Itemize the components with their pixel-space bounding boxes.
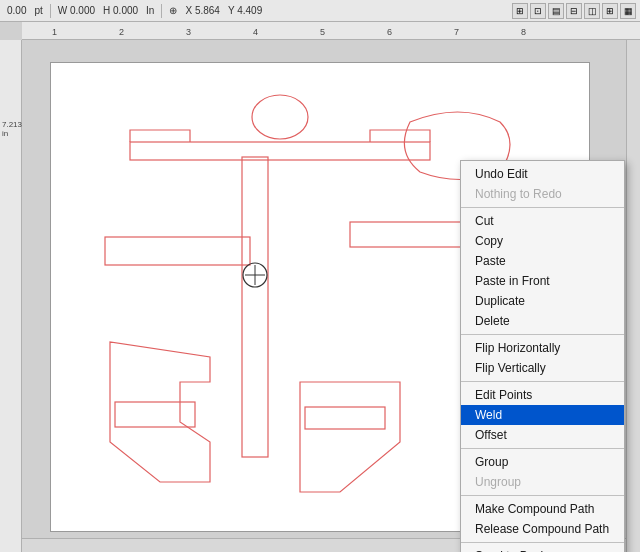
menu-item-duplicate[interactable]: Duplicate: [461, 291, 624, 311]
ruler-h-8: 8: [521, 27, 526, 37]
coord4: In: [143, 5, 157, 16]
toolbar-btn-3[interactable]: ▤: [548, 3, 564, 19]
menu-item-make-compound[interactable]: Make Compound Path: [461, 499, 624, 519]
menu-item-edit-points[interactable]: Edit Points: [461, 385, 624, 405]
ruler-vertical: 7.213 in: [0, 40, 22, 552]
menu-item-undo-edit[interactable]: Undo Edit: [461, 164, 624, 184]
toolbar-btn-7[interactable]: ▦: [620, 3, 636, 19]
menu-item-flip-h[interactable]: Flip Horizontally: [461, 338, 624, 358]
menu-item-release-compound[interactable]: Release Compound Path: [461, 519, 624, 539]
ruler-h-5: 5: [320, 27, 325, 37]
menu-sep-sep2: [461, 334, 624, 335]
toolbar-btn-2[interactable]: ⊡: [530, 3, 546, 19]
menu-sep-sep4: [461, 448, 624, 449]
ruler-horizontal: 1 2 3 4 5 6 7 8: [22, 22, 640, 40]
toolbar-btn-4[interactable]: ⊟: [566, 3, 582, 19]
unit: pt: [31, 5, 45, 16]
ruler-h-6: 6: [387, 27, 392, 37]
context-menu: Undo EditNothing to RedoCutCopyPastePast…: [460, 160, 625, 552]
ruler-h-7: 7: [454, 27, 459, 37]
menu-item-offset[interactable]: Offset: [461, 425, 624, 445]
menu-item-send-to-back[interactable]: Send to Back: [461, 546, 624, 552]
ruler-h-4: 4: [253, 27, 258, 37]
menu-item-flip-v[interactable]: Flip Vertically: [461, 358, 624, 378]
menu-item-cut[interactable]: Cut: [461, 211, 624, 231]
coord2: W 0.000: [55, 5, 98, 16]
menu-item-weld[interactable]: Weld: [461, 405, 624, 425]
scrollbar-vertical[interactable]: [626, 40, 640, 552]
menu-item-paste[interactable]: Paste: [461, 251, 624, 271]
menu-sep-sep3: [461, 381, 624, 382]
menu-sep-sep5: [461, 495, 624, 496]
menu-item-copy[interactable]: Copy: [461, 231, 624, 251]
toolbar: 0.00 pt W 0.000 H 0.000 In ⊕ X 5.864 Y 4…: [0, 0, 640, 22]
toolbar-sep-2: [161, 4, 162, 18]
toolbar-btn-1[interactable]: ⊞: [512, 3, 528, 19]
toolbar-sep-1: [50, 4, 51, 18]
menu-item-group[interactable]: Group: [461, 452, 624, 472]
menu-sep-sep6: [461, 542, 624, 543]
menu-item-ungroup: Ungroup: [461, 472, 624, 492]
coord5: ⊕: [166, 5, 180, 16]
coord7: Y 4.409: [225, 5, 265, 16]
coord6: X 5.864: [182, 5, 222, 16]
menu-sep-sep1: [461, 207, 624, 208]
ruler-h-1: 1: [52, 27, 57, 37]
ruler-h-2: 2: [119, 27, 124, 37]
ruler-v-label: 7.213 in: [2, 120, 22, 138]
ruler-h-3: 3: [186, 27, 191, 37]
menu-item-delete[interactable]: Delete: [461, 311, 624, 331]
toolbar-btn-6[interactable]: ⊞: [602, 3, 618, 19]
toolbar-btn-5[interactable]: ◫: [584, 3, 600, 19]
menu-item-paste-in-front[interactable]: Paste in Front: [461, 271, 624, 291]
coord3: H 0.000: [100, 5, 141, 16]
coord1: 0.00: [4, 5, 29, 16]
canvas-area: 1 2 3 4 5 6 7 8 7.213 in: [0, 22, 640, 552]
menu-item-nothing-to-redo: Nothing to Redo: [461, 184, 624, 204]
